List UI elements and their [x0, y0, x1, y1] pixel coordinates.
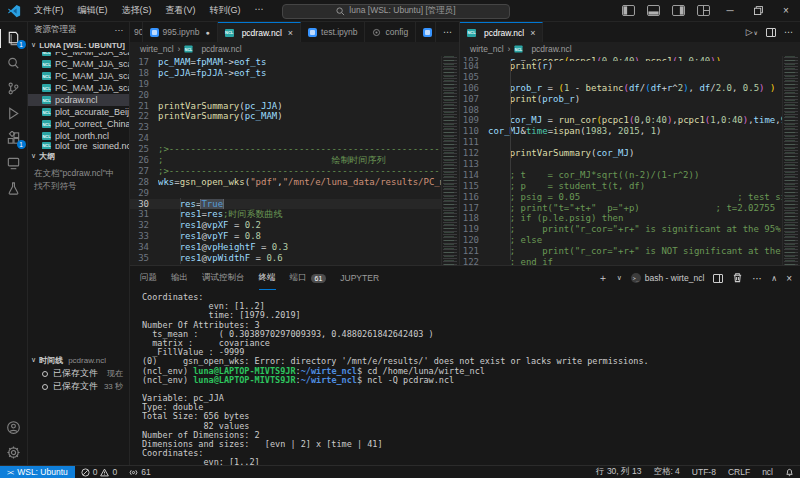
file-tree-item[interactable]: NCLplot_accurate_Beijing...: [28, 106, 129, 118]
breadcrumb-file[interactable]: pcdraw.ncl: [201, 44, 241, 54]
panel-tab[interactable]: 端口61: [290, 266, 327, 290]
sidebar-more-actions-icon[interactable]: ⋯: [115, 25, 124, 35]
close-tab-icon[interactable]: ×: [288, 28, 293, 38]
editor-tab[interactable]: NCLpcdraw.ncl×: [460, 22, 543, 42]
code-line: 20: [130, 90, 441, 101]
menu-item[interactable]: 转到(G): [203, 4, 248, 17]
breadcrumb-folder[interactable]: wirte_ncl: [140, 44, 174, 54]
chevron-down-icon: ∨: [31, 152, 36, 160]
terminal-line: _FillValue : -9999: [142, 348, 800, 357]
split-editor-icon[interactable]: [766, 28, 776, 37]
menu-item[interactable]: 文件(F): [27, 4, 71, 17]
maximize-panel-icon[interactable]: ∧: [771, 274, 777, 283]
menu-item[interactable]: 编辑(E): [71, 4, 115, 17]
terminal-profile-dropdown-icon[interactable]: ∨: [617, 274, 622, 282]
editor-tab[interactable]: 90: [130, 22, 143, 42]
activitybar-testing[interactable]: [0, 176, 28, 201]
panel-tab[interactable]: 输出: [171, 266, 188, 290]
split-terminal-icon[interactable]: [713, 274, 723, 283]
panel-more-actions-icon[interactable]: ⋯: [752, 273, 762, 284]
code-text: print(prob_r): [488, 94, 782, 105]
forwarded-ports-status[interactable]: 61: [123, 467, 156, 477]
explorer-badge: 1: [17, 40, 26, 49]
file-tree-item[interactable]: NCLPC_MAM_JJA_scatter_...: [28, 58, 129, 70]
file-tree-item[interactable]: NCLPC_MAM_JJA_scatter...: [28, 82, 129, 94]
account-button[interactable]: [0, 415, 28, 440]
code-text: cor_MJ = run_cor(pcpc1(0,0:40),pcpc1(1,0…: [488, 115, 782, 126]
panel-tab[interactable]: 问题: [140, 266, 157, 290]
file-tree-item[interactable]: NCLplot_pre_signed.ncl: [28, 142, 129, 149]
panel-tab[interactable]: JUPYTER: [340, 266, 379, 290]
minimap[interactable]: [782, 56, 800, 265]
menu-item[interactable]: ⋯: [248, 4, 271, 17]
activitybar-source-control[interactable]: [0, 76, 28, 101]
file-tree-item[interactable]: NCLplot_correct_Chinama...: [28, 118, 129, 130]
kill-terminal-icon[interactable]: [732, 272, 743, 285]
minimize-button[interactable]: ─: [716, 0, 744, 22]
toggle-secondary-sidebar-icon[interactable]: [672, 5, 685, 16]
editor-tab[interactable]: config: [365, 22, 416, 42]
line-number: 35: [130, 253, 158, 264]
activitybar-remote-explorer[interactable]: [0, 151, 28, 176]
ncl-file-icon: NCL: [42, 132, 51, 140]
vscode-window: 文件(F)编辑(E)选择(S)查看(V)转到(G)⋯ ← → luna [WSL…: [0, 0, 800, 478]
code-text: prob_r = (1 - betainc(df/(df+r^2), df/2.…: [488, 83, 782, 94]
editor-more-actions-icon[interactable]: ⋯: [784, 27, 793, 37]
encoding-status[interactable]: UTF-8: [686, 467, 722, 477]
cursor-position-status[interactable]: 行 30, 列 13: [590, 466, 647, 478]
settings-gear-button[interactable]: [0, 440, 28, 465]
problems-status[interactable]: 0 0: [75, 467, 123, 477]
code-editor-left[interactable]: 17pc_MAM=fpMAM->eof_ts18pc_JJA=fpJJA->eo…: [130, 56, 441, 265]
language-mode-status[interactable]: ncl: [756, 467, 779, 477]
activitybar-search[interactable]: [0, 51, 28, 76]
terminal-output[interactable]: Coordinates: evn: [1..2] time: [1979..20…: [130, 290, 800, 465]
ncl-file-icon: NCL: [42, 72, 51, 80]
activitybar-explorer[interactable]: 1: [0, 26, 28, 51]
close-panel-icon[interactable]: ×: [786, 273, 792, 284]
outline-section-label: 大纲: [39, 151, 55, 162]
toggle-sidebar-icon[interactable]: [622, 5, 635, 16]
code-editor-right[interactable]: 103 r = escorc(pcpc1(0,0:40),pcpc1(1,0:4…: [460, 56, 782, 265]
breadcrumb-file[interactable]: pcdraw.ncl: [531, 44, 571, 54]
minimap[interactable]: [441, 56, 459, 265]
notifications-bell[interactable]: [779, 468, 800, 477]
panel-tab[interactable]: 终端: [259, 266, 276, 290]
timeline-item-time: 现在: [107, 368, 123, 379]
breadcrumb-folder[interactable]: wirte_ncl: [470, 44, 504, 54]
timeline-item[interactable]: 已保存文件33 秒: [28, 380, 129, 393]
command-center[interactable]: luna [WSL: Ubuntu] [管理员]: [282, 4, 510, 19]
editor-tab[interactable]: NCLpcdraw.ncl×: [218, 22, 301, 42]
file-tree-item[interactable]: NCLplot_north.ncl: [28, 130, 129, 142]
new-terminal-icon[interactable]: ＋: [598, 271, 608, 285]
eol-status[interactable]: CRLF: [722, 467, 756, 477]
customize-layout-icon[interactable]: [697, 5, 710, 16]
menu-item[interactable]: 选择(S): [115, 4, 159, 17]
terminal-line: ts_mean : ( 0.3038970297009393, 0.488026…: [142, 330, 800, 339]
close-window-button[interactable]: ×: [772, 0, 800, 22]
remote-indicator[interactable]: >< WSL: Ubuntu: [0, 466, 75, 478]
activitybar-run-debug[interactable]: [0, 101, 28, 126]
more-tabs-icon[interactable]: ⋯: [443, 27, 452, 37]
toggle-panel-icon[interactable]: [647, 5, 660, 16]
file-name-label: PC_MAM_JJA_scatter...: [55, 83, 129, 93]
code-text: ;>--------------------------------------…: [158, 166, 441, 177]
editor-tab[interactable]: test.ipynb: [301, 22, 365, 42]
indentation-status[interactable]: 空格: 4: [647, 466, 685, 478]
close-tab-icon[interactable]: ×: [530, 28, 535, 38]
ncl-file-icon: NCL: [225, 29, 234, 37]
editor-tab[interactable]: [416, 22, 436, 42]
panel-tab[interactable]: 调试控制台: [202, 266, 245, 290]
activitybar-extensions[interactable]: 1: [0, 126, 28, 151]
editor-tab[interactable]: 995.ipynb●: [143, 22, 218, 42]
run-file-button[interactable]: ▷ ∨: [746, 27, 758, 37]
file-tree-item[interactable]: NCLPC_MAM_JJA_scatter_...: [28, 70, 129, 82]
dirty-indicator-icon[interactable]: ●: [205, 29, 209, 36]
explorer-section-header[interactable]: ∨ LUNA [WSL: UBUNTU]: [28, 38, 129, 52]
timeline-item[interactable]: 已保存文件现在: [28, 367, 129, 380]
file-tree-item[interactable]: NCLpcdraw.ncl: [28, 94, 129, 106]
terminal-list-entry[interactable]: >_ bash - wirte_ncl: [631, 273, 705, 283]
outline-section-header[interactable]: ∨ 大纲: [28, 149, 129, 163]
menu-item[interactable]: 查看(V): [159, 4, 203, 17]
timeline-section-header[interactable]: ∨ 时间线 pcdraw.ncl: [28, 353, 129, 367]
restore-button[interactable]: [744, 0, 772, 22]
